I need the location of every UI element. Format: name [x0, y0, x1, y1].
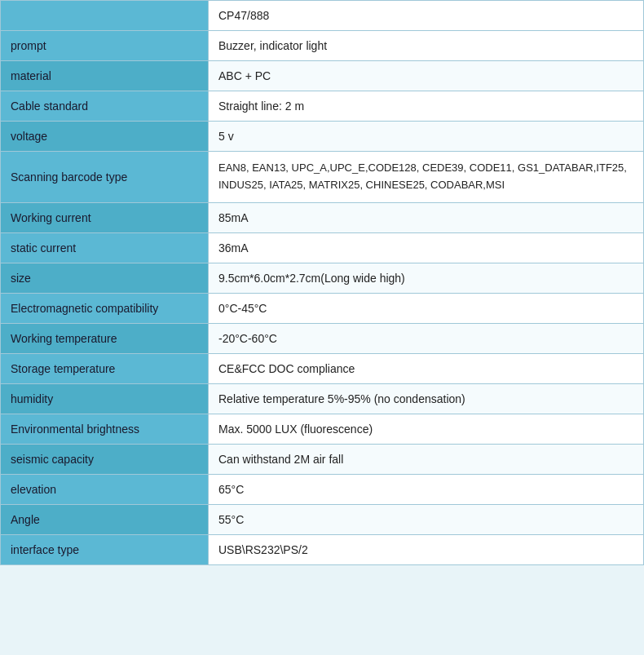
top-label-cell: [1, 1, 209, 31]
table-row: materialABC + PC: [1, 61, 644, 91]
row-label-13: seismic capacity: [1, 444, 209, 474]
row-value-6: 36mA: [209, 232, 644, 263]
row-label-7: size: [1, 263, 209, 293]
table-row: humidityRelative temperature 5%-95% (no …: [1, 383, 644, 414]
table-row: CP47/888: [1, 1, 644, 31]
row-value-5: 85mA: [209, 202, 644, 232]
table-row: static current36mA: [1, 232, 644, 263]
table-row: Cable standardStraight line: 2 m: [1, 91, 644, 122]
spec-table: CP47/888 promptBuzzer, indicator lightma…: [0, 0, 644, 565]
row-value-0: Buzzer, indicator light: [209, 31, 644, 61]
top-value-cell: CP47/888: [209, 1, 644, 31]
row-label-1: material: [1, 61, 209, 91]
table-row: elevation65°C: [1, 474, 644, 504]
table-row: seismic capacityCan withstand 2M air fal…: [1, 444, 644, 474]
table-row: Environmental brightnessMax. 5000 LUX (f…: [1, 414, 644, 444]
row-value-1: ABC + PC: [209, 61, 644, 91]
row-label-6: static current: [1, 232, 209, 263]
row-label-16: interface type: [1, 534, 209, 564]
row-label-0: prompt: [1, 31, 209, 61]
table-row: promptBuzzer, indicator light: [1, 31, 644, 61]
row-value-3: 5 v: [209, 122, 644, 152]
row-value-14: 65°C: [209, 474, 644, 504]
row-label-15: Angle: [1, 504, 209, 534]
table-row: Working current85mA: [1, 202, 644, 232]
table-row: Angle55°C: [1, 504, 644, 534]
row-label-3: voltage: [1, 122, 209, 152]
row-value-11: Relative temperature 5%-95% (no condensa…: [209, 383, 644, 414]
row-value-4: EAN8, EAN13, UPC_A,UPC_E,CODE128, CEDE39…: [209, 152, 644, 203]
table-row: interface typeUSB\RS232\PS/2: [1, 534, 644, 564]
row-label-9: Working temperature: [1, 323, 209, 353]
row-label-14: elevation: [1, 474, 209, 504]
row-label-8: Electromagnetic compatibility: [1, 293, 209, 323]
row-value-9: -20°C-60°C: [209, 323, 644, 353]
row-label-5: Working current: [1, 202, 209, 232]
table-row: Storage temperatureCE&FCC DOC compliance: [1, 353, 644, 383]
table-row: Scanning barcode typeEAN8, EAN13, UPC_A,…: [1, 152, 644, 203]
row-label-12: Environmental brightness: [1, 414, 209, 444]
table-row: Electromagnetic compatibility0°C-45°C: [1, 293, 644, 323]
row-label-2: Cable standard: [1, 91, 209, 122]
row-value-15: 55°C: [209, 504, 644, 534]
row-value-16: USB\RS232\PS/2: [209, 534, 644, 564]
row-label-4: Scanning barcode type: [1, 152, 209, 203]
table-row: Working temperature-20°C-60°C: [1, 323, 644, 353]
table-row: size9.5cm*6.0cm*2.7cm(Long wide high): [1, 263, 644, 293]
row-value-2: Straight line: 2 m: [209, 91, 644, 122]
row-value-12: Max. 5000 LUX (fluorescence): [209, 414, 644, 444]
row-value-10: CE&FCC DOC compliance: [209, 353, 644, 383]
row-value-13: Can withstand 2M air fall: [209, 444, 644, 474]
table-row: voltage5 v: [1, 122, 644, 152]
row-label-10: Storage temperature: [1, 353, 209, 383]
row-value-7: 9.5cm*6.0cm*2.7cm(Long wide high): [209, 263, 644, 293]
row-value-8: 0°C-45°C: [209, 293, 644, 323]
row-label-11: humidity: [1, 383, 209, 414]
